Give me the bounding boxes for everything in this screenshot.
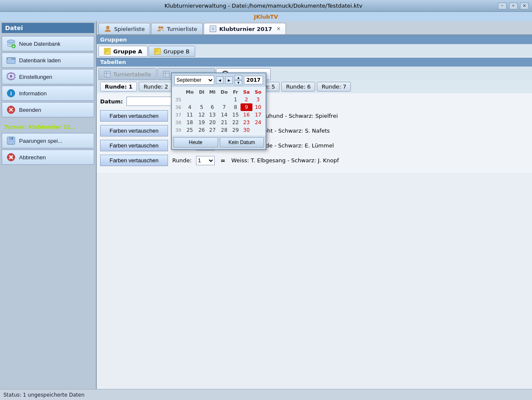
svg-rect-5 bbox=[8, 58, 9, 59]
runde-2-tab[interactable]: Runde: 2 bbox=[139, 82, 173, 92]
runde-1-tab[interactable]: Runde: 1 bbox=[100, 82, 137, 92]
gruppe-a-tab[interactable]: Gruppe A bbox=[98, 46, 148, 57]
pairing-row-3: Farben vertauschen Runde: 1234567 = Weis… bbox=[100, 155, 529, 166]
tab-klubturnier[interactable]: Klubturnier 2017 ✕ bbox=[204, 23, 286, 34]
farben-vertauschen-2[interactable]: Farben vertauschen bbox=[100, 140, 168, 151]
information-icon: i bbox=[6, 89, 16, 98]
datenbank-laden-button[interactable]: Datenbank laden bbox=[2, 53, 94, 68]
calendar-next-month[interactable]: ► bbox=[225, 76, 233, 84]
cal-day[interactable]: 7 bbox=[218, 103, 230, 111]
neue-datenbank-button[interactable]: + Neue Datenbank bbox=[2, 36, 94, 51]
tab-close-button[interactable]: ✕ bbox=[276, 26, 280, 32]
svg-point-20 bbox=[106, 26, 109, 29]
status-text: Status: 1 ungespeicherte Daten bbox=[3, 392, 84, 398]
cal-day[interactable]: 19 bbox=[196, 119, 207, 126]
svg-text:+: + bbox=[12, 44, 15, 48]
cal-day[interactable]: 18 bbox=[183, 119, 197, 126]
cal-day[interactable]: 8 bbox=[230, 103, 241, 111]
neue-datenbank-label: Neue Datenbank bbox=[19, 41, 61, 47]
equals-3: = bbox=[221, 157, 226, 164]
spielerliste-tab-icon bbox=[104, 25, 112, 33]
neue-db-icon: + bbox=[6, 39, 16, 48]
farben-vertauschen-0[interactable]: Farben vertauschen bbox=[100, 110, 168, 122]
heute-button[interactable]: Heute bbox=[174, 137, 218, 147]
einstellungen-label: Einstellungen bbox=[19, 74, 52, 80]
cal-sa-header: Sa bbox=[241, 89, 252, 96]
cal-day[interactable]: 3 bbox=[252, 96, 264, 103]
tab-spielerliste[interactable]: Spielerliste bbox=[98, 23, 150, 34]
cal-day[interactable]: 23 bbox=[241, 119, 252, 126]
cal-day bbox=[207, 96, 218, 103]
cal-day[interactable]: 17 bbox=[252, 111, 264, 119]
calendar-year-up[interactable]: ▲ bbox=[235, 75, 242, 80]
information-button[interactable]: i Information bbox=[2, 86, 94, 101]
cal-day[interactable]: 16 bbox=[241, 111, 252, 119]
svg-rect-16 bbox=[12, 137, 13, 139]
calendar-year-down[interactable]: ▼ bbox=[235, 80, 242, 85]
gruppen-header: Gruppen bbox=[97, 35, 532, 44]
calendar-header: JanuarFebruarMärzApril MaiJuniJuliAugust… bbox=[172, 73, 266, 87]
tab-turnierliste[interactable]: Turnierliste bbox=[151, 23, 203, 34]
cal-week-num: 35 bbox=[174, 96, 183, 103]
db-laden-icon bbox=[6, 56, 16, 65]
einstellungen-icon bbox=[6, 72, 16, 81]
cal-day[interactable]: 10 bbox=[252, 103, 264, 111]
svg-rect-4 bbox=[7, 58, 15, 59]
cal-day[interactable]: 28 bbox=[218, 126, 230, 134]
cal-day[interactable]: 26 bbox=[196, 126, 207, 134]
beenden-button[interactable]: Beenden bbox=[2, 102, 94, 117]
gruppe-a-label: Gruppe A bbox=[113, 48, 142, 55]
cal-day[interactable]: 21 bbox=[218, 119, 230, 126]
cal-day[interactable]: 22 bbox=[230, 119, 241, 126]
kein-datum-button[interactable]: Kein Datum bbox=[220, 137, 264, 147]
calendar-prev-month[interactable]: ◄ bbox=[216, 76, 224, 84]
cal-day[interactable]: 29 bbox=[230, 126, 241, 134]
runde-select-3[interactable]: 1234567 bbox=[196, 156, 215, 165]
cal-day[interactable]: 14 bbox=[218, 111, 230, 119]
calendar-grid: Mo Di Mi Do Fr Sa So 3512336456789103711… bbox=[172, 87, 266, 136]
turnierliste-tab-icon bbox=[157, 25, 164, 33]
cal-day[interactable]: 15 bbox=[230, 111, 241, 119]
cal-day[interactable]: 24 bbox=[252, 119, 264, 126]
farben-vertauschen-1[interactable]: Farben vertauschen bbox=[100, 125, 168, 136]
gruppe-b-label: Gruppe B bbox=[163, 48, 189, 55]
calendar-footer: Heute Kein Datum bbox=[172, 136, 266, 149]
svg-point-7 bbox=[10, 75, 12, 78]
cal-day[interactable]: 25 bbox=[183, 126, 197, 134]
cal-day[interactable]: 27 bbox=[207, 126, 218, 134]
cal-day[interactable]: 20 bbox=[207, 119, 218, 126]
cal-day[interactable]: 5 bbox=[196, 103, 207, 111]
cal-mo-header: Mo bbox=[183, 89, 197, 96]
klubturnier-tab-icon bbox=[209, 25, 217, 33]
cal-day[interactable]: 9 bbox=[241, 103, 252, 111]
cal-day[interactable]: 11 bbox=[183, 111, 197, 119]
minimize-button[interactable]: − bbox=[498, 3, 507, 9]
runde-6-tab[interactable]: Runde: 6 bbox=[281, 82, 315, 92]
cal-day[interactable]: 30 bbox=[241, 126, 252, 134]
maximize-button[interactable]: + bbox=[509, 3, 518, 9]
window-title: Klubturnierverwaltung - Datei:/home/mamu… bbox=[165, 3, 362, 9]
cal-week-num: 38 bbox=[174, 119, 183, 126]
cal-day[interactable]: 2 bbox=[241, 96, 252, 103]
einstellungen-button[interactable]: Einstellungen bbox=[2, 69, 94, 84]
content-area: Spielerliste Turnierliste Klubturnier 20… bbox=[97, 21, 532, 389]
cal-day[interactable]: 6 bbox=[207, 103, 218, 111]
datum-input[interactable] bbox=[126, 97, 177, 106]
gruppe-b-tab[interactable]: Gruppe B bbox=[148, 46, 195, 57]
beenden-label: Beenden bbox=[19, 107, 41, 113]
datum-row: Datum: bbox=[100, 97, 529, 106]
close-window-button[interactable]: ✕ bbox=[520, 3, 529, 9]
farben-vertauschen-3[interactable]: Farben vertauschen bbox=[100, 155, 168, 166]
paarungen-speichern-button[interactable]: Paarungen spei... bbox=[2, 133, 94, 148]
svg-rect-6 bbox=[10, 58, 11, 59]
cal-day[interactable]: 4 bbox=[183, 103, 197, 111]
cal-day[interactable]: 13 bbox=[207, 111, 218, 119]
termintabelle-icon bbox=[163, 71, 170, 78]
cal-day[interactable]: 1 bbox=[230, 96, 241, 103]
tab-content: Gruppen Gruppe A bbox=[97, 35, 532, 389]
runde-7-tab[interactable]: Runde: 7 bbox=[317, 82, 351, 92]
calendar-month-select[interactable]: JanuarFebruarMärzApril MaiJuniJuliAugust… bbox=[174, 75, 214, 85]
cal-day[interactable]: 12 bbox=[196, 111, 207, 119]
abbrechen-button[interactable]: Abbrechen bbox=[2, 150, 94, 165]
turniertabelle-tab[interactable]: Turniertabelle bbox=[98, 68, 157, 80]
